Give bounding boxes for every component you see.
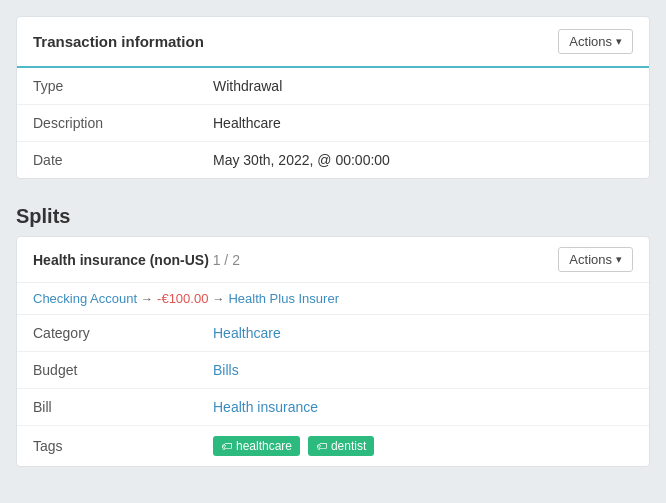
split-card: Health insurance (non-US) 1 / 2 Actions … xyxy=(16,236,650,467)
row-value: Healthcare xyxy=(197,105,649,142)
table-row: Category Healthcare xyxy=(17,315,649,352)
transaction-card-header: Transaction information Actions xyxy=(17,17,649,68)
row-value: Withdrawal xyxy=(197,68,649,105)
table-row: Description Healthcare xyxy=(17,105,649,142)
row-label: Description xyxy=(17,105,197,142)
transaction-card: Transaction information Actions Type Wit… xyxy=(16,16,650,179)
splits-title: Splits xyxy=(16,195,650,236)
row-value: Health insurance xyxy=(197,389,649,426)
table-row: Budget Bills xyxy=(17,352,649,389)
table-row: Type Withdrawal xyxy=(17,68,649,105)
row-value: Healthcare xyxy=(197,315,649,352)
tags-cell: healthcare dentist xyxy=(197,426,649,467)
splits-section: Splits Health insurance (non-US) 1 / 2 A… xyxy=(16,195,650,467)
row-label: Category xyxy=(17,315,197,352)
transaction-card-title: Transaction information xyxy=(33,33,204,50)
split-card-header: Health insurance (non-US) 1 / 2 Actions xyxy=(17,237,649,283)
split-actions-button[interactable]: Actions xyxy=(558,247,633,272)
arrow-icon: → xyxy=(141,292,153,306)
category-link[interactable]: Healthcare xyxy=(213,325,281,341)
row-label: Bill xyxy=(17,389,197,426)
bill-link[interactable]: Health insurance xyxy=(213,399,318,415)
split-card-title: Health insurance (non-US) 1 / 2 xyxy=(33,252,240,268)
arrow-icon: → xyxy=(212,292,224,306)
split-info-table: Category Healthcare Budget Bills Bill He… xyxy=(17,315,649,466)
row-label: Type xyxy=(17,68,197,105)
split-flow: Checking Account → -€100.00 → Health Plu… xyxy=(17,283,649,315)
row-label: Date xyxy=(17,142,197,179)
flow-to-link[interactable]: Health Plus Insurer xyxy=(228,291,339,306)
row-label: Budget xyxy=(17,352,197,389)
row-value: Bills xyxy=(197,352,649,389)
row-label: Tags xyxy=(17,426,197,467)
transaction-info-table: Type Withdrawal Description Healthcare D… xyxy=(17,68,649,178)
transaction-actions-button[interactable]: Actions xyxy=(558,29,633,54)
table-row: Tags healthcare dentist xyxy=(17,426,649,467)
flow-amount-link[interactable]: -€100.00 xyxy=(157,291,208,306)
tag-healthcare[interactable]: healthcare xyxy=(213,436,300,456)
budget-link[interactable]: Bills xyxy=(213,362,239,378)
table-row: Date May 30th, 2022, @ 00:00:00 xyxy=(17,142,649,179)
row-value: May 30th, 2022, @ 00:00:00 xyxy=(197,142,649,179)
table-row: Bill Health insurance xyxy=(17,389,649,426)
flow-from-link[interactable]: Checking Account xyxy=(33,291,137,306)
tag-dentist[interactable]: dentist xyxy=(308,436,374,456)
